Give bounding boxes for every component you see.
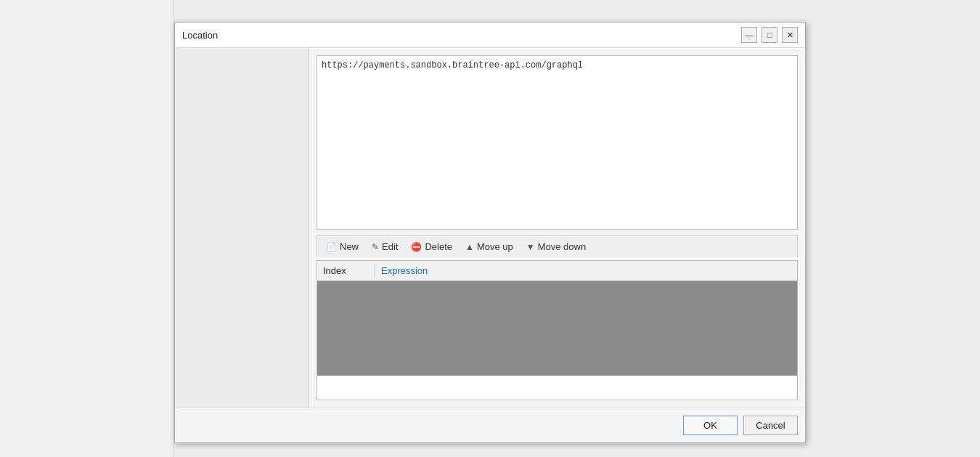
delete-button[interactable]: ⛔ Delete: [405, 239, 458, 254]
title-bar-controls: — □ ✕: [741, 27, 798, 43]
move-down-button[interactable]: ▼ Move down: [520, 239, 592, 254]
dialog-footer: OK Cancel: [175, 408, 805, 442]
edit-button[interactable]: ✎ Edit: [366, 239, 404, 254]
new-icon: 📄: [326, 242, 337, 252]
close-button[interactable]: ✕: [782, 27, 798, 43]
move-up-button[interactable]: ▲ Move up: [460, 239, 519, 254]
dialog-title: Location: [182, 30, 218, 41]
col-index-header: Index: [317, 264, 375, 278]
edit-icon: ✎: [372, 242, 379, 252]
cancel-button[interactable]: Cancel: [743, 416, 798, 435]
maximize-button[interactable]: □: [761, 27, 777, 43]
dialog-body: 📄 New ✎ Edit ⛔ Delete ▲: [175, 48, 805, 408]
move-down-icon: ▼: [526, 242, 535, 252]
delete-icon: ⛔: [411, 242, 422, 252]
left-sidebar: [0, 0, 174, 457]
table-body: [317, 281, 797, 376]
dialog-right-panel: 📄 New ✎ Edit ⛔ Delete ▲: [309, 48, 805, 408]
edit-label: Edit: [382, 241, 398, 252]
parameters-section: 📄 New ✎ Edit ⛔ Delete ▲: [317, 235, 798, 400]
delete-label: Delete: [425, 241, 452, 252]
move-down-label: Move down: [538, 241, 586, 252]
page-background: Template Parameters Location — □ ✕: [0, 0, 980, 457]
new-button[interactable]: 📄 New: [320, 239, 364, 254]
title-bar: Location — □ ✕: [175, 23, 805, 48]
new-label: New: [340, 241, 359, 252]
move-up-label: Move up: [477, 241, 513, 252]
parameters-toolbar: 📄 New ✎ Edit ⛔ Delete ▲: [317, 235, 798, 257]
ok-button[interactable]: OK: [683, 416, 738, 435]
parameters-table: Index Expression: [317, 260, 798, 400]
dialog-left-panel: [175, 48, 309, 408]
location-dialog: Location — □ ✕ 📄: [174, 22, 806, 443]
col-expression-header: Expression: [375, 264, 797, 278]
template-textarea[interactable]: [317, 55, 798, 230]
move-up-icon: ▲: [465, 242, 474, 252]
minimize-button[interactable]: —: [741, 27, 757, 43]
table-header: Index Expression: [317, 261, 797, 281]
